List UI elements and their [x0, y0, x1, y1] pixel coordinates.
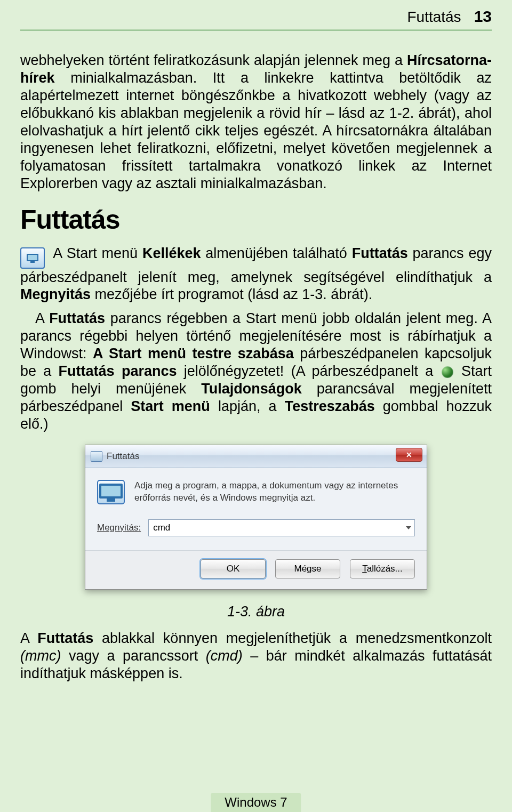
bold-text: Kellékek	[142, 245, 201, 261]
run-icon	[20, 247, 45, 269]
svg-rect-4	[101, 486, 121, 496]
browse-button[interactable]: Tallózás...	[350, 559, 415, 578]
figure-caption: 1-3. ábra	[20, 604, 492, 620]
bold-text: Start menü	[131, 398, 210, 414]
button-label: Mégse	[294, 564, 321, 574]
italic-text: (cmd)	[206, 648, 243, 664]
open-label: Megnyitás:	[97, 522, 141, 533]
button-label: Tallózás...	[362, 564, 403, 574]
text: A	[20, 630, 37, 646]
chevron-down-icon	[406, 526, 411, 529]
close-button[interactable]: ✕	[396, 448, 422, 462]
dialog-titlebar[interactable]: Futtatás ✕	[85, 445, 427, 468]
italic-text: (mmc)	[20, 648, 61, 664]
open-combobox[interactable]: cmd	[148, 519, 415, 536]
text: almenüjében található	[201, 245, 352, 261]
paragraph-1: webhelyeken történt feliratkozásunk alap…	[20, 52, 492, 192]
paragraph-2: A Start menü Kellékek almenüjében találh…	[20, 245, 492, 304]
run-dialog: Futtatás ✕ Adja meg a program, a mappa, …	[85, 445, 427, 590]
text: A Start menü	[53, 245, 142, 261]
paragraph-3: A Futtatás parancs régebben a Start menü…	[20, 310, 492, 433]
bold-text: Futtatás	[37, 630, 93, 646]
bold-text: Futtatás	[49, 310, 105, 326]
dialog-footer: OK Mégse Tallózás...	[85, 550, 427, 589]
paragraph-4: A Futtatás ablakkal könnyen megjeleníthe…	[20, 630, 492, 682]
text: mezőjébe írt programot (lásd az 1-3. ábr…	[91, 286, 372, 302]
svg-rect-5	[107, 499, 115, 502]
section-heading: Futtatás	[20, 204, 492, 235]
bold-text: Megnyitás	[20, 286, 91, 302]
text: jelölőnégyzetet! (A párbeszédpanelt a	[177, 363, 440, 379]
ok-button[interactable]: OK	[201, 559, 266, 578]
run-icon	[91, 451, 102, 462]
bold-text: Futtatás parancs	[59, 363, 177, 379]
bold-text: A Start menü testre szabása	[93, 345, 294, 361]
header-title: Futtatás	[407, 9, 461, 26]
start-orb-icon	[442, 366, 453, 378]
run-icon	[97, 480, 125, 504]
page-number: 13	[474, 7, 492, 26]
page-footer: Windows 7	[211, 793, 301, 812]
svg-rect-2	[30, 261, 35, 263]
text: A	[35, 310, 49, 326]
cancel-button[interactable]: Mégse	[275, 559, 340, 578]
svg-rect-1	[28, 255, 37, 260]
bold-text: Testreszabás	[285, 398, 375, 414]
text: lapján, a	[210, 398, 285, 414]
text: minialkalmazásban. Itt a linkekre kattin…	[20, 70, 492, 191]
button-label: OK	[227, 564, 240, 574]
text: ablakkal könnyen megjeleníthetjük a mene…	[93, 630, 492, 646]
bold-text: Tulajdonságok	[201, 381, 302, 397]
header-rule	[20, 29, 492, 30]
close-icon: ✕	[406, 451, 412, 459]
text: webhelyeken történt feliratkozásunk alap…	[20, 52, 407, 68]
dialog-description: Adja meg a program, a mappa, a dokumentu…	[134, 480, 415, 504]
dialog-body: Adja meg a program, a mappa, a dokumentu…	[85, 468, 427, 550]
bold-text: Futtatás	[352, 245, 408, 261]
page-header: Futtatás 13	[20, 7, 492, 26]
text: vagy a parancssort	[61, 648, 205, 664]
dialog-title: Futtatás	[107, 451, 139, 462]
open-value: cmd	[153, 522, 170, 533]
